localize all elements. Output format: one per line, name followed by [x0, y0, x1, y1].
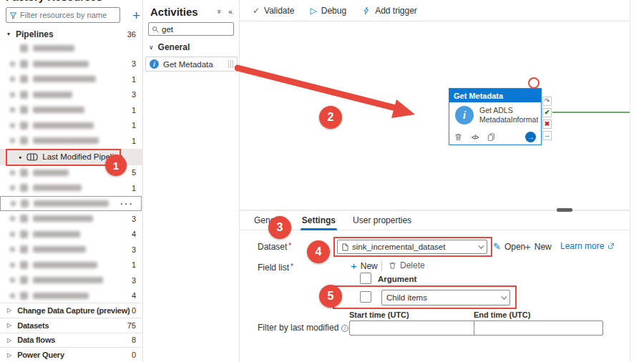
sidebar-item-datasets[interactable]: ▷ Datasets 75: [0, 318, 143, 333]
activities-search-input[interactable]: [162, 25, 230, 34]
pipeline-row-blurred[interactable]: 3: [0, 242, 143, 258]
pipeline-row-blurred[interactable]: 1: [0, 72, 143, 87]
validate-check-icon: ✓: [253, 6, 260, 16]
factory-resources-panel: Factory Resources + ▾ Pipelines 36 3 1 3…: [0, 0, 143, 362]
filter-by-last-modified-label: Filter by last modifiedi: [258, 323, 348, 333]
tab-user-properties[interactable]: User properties: [351, 215, 413, 225]
canvas-toolbar: ✓ Validate ▷ Debug Add trigger: [240, 0, 644, 21]
activity-item-label: Get Metadata: [163, 60, 213, 69]
chevron-collapsed-icon: ▷: [7, 322, 11, 328]
blurred-icon: [20, 276, 28, 284]
field-row-checkbox[interactable]: [360, 291, 371, 303]
pipeline-row-blurred[interactable]: 3: [0, 211, 143, 227]
pipeline-row-blurred[interactable]: 1: [0, 133, 143, 149]
pipeline-row-blurred[interactable]: 3: [0, 57, 143, 72]
add-trigger-button[interactable]: Add trigger: [362, 6, 417, 16]
code-icon[interactable]: </>: [472, 134, 478, 141]
lightning-icon: [362, 6, 371, 15]
validate-button[interactable]: ✓ Validate: [253, 6, 295, 16]
debug-button[interactable]: ▷ Debug: [311, 6, 347, 16]
pipeline-row-selected[interactable]: ● Last Modified Pipeline: [0, 149, 143, 165]
end-time-label: End time (UTC): [474, 310, 530, 319]
dataset-dropdown[interactable]: sink_incremental_dataset: [337, 240, 487, 254]
learn-more-link[interactable]: Learn more: [560, 241, 615, 251]
new-dataset-button[interactable]: + New: [525, 241, 552, 252]
pipelines-section-header[interactable]: ▾ Pipelines 36: [0, 27, 143, 41]
pipeline-row-blurred[interactable]: 3: [0, 87, 143, 103]
open-label: Open: [504, 242, 525, 252]
pipeline-row-blurred[interactable]: 4: [0, 288, 143, 304]
sidebar-item-power-query[interactable]: ▷ Power Query 0: [0, 347, 143, 362]
collapse-left-icon[interactable]: «: [228, 7, 233, 16]
blurred-icon: [20, 75, 28, 83]
open-dataset-button[interactable]: ✎ Open: [493, 241, 525, 252]
connector-fail-icon[interactable]: ✖: [542, 119, 552, 129]
blurred-chevron: [10, 107, 15, 112]
blurred-icon: [20, 60, 28, 68]
activity-get-metadata-item[interactable]: i Get Metadata: [145, 57, 238, 72]
debug-play-icon: ▷: [311, 6, 317, 16]
blurred-chevron: [10, 185, 15, 190]
pipeline-icon: [26, 153, 38, 161]
argument-select-all-checkbox[interactable]: [360, 273, 371, 284]
pipeline-row-blurred[interactable]: 1: [0, 118, 143, 134]
plus-icon: +: [525, 241, 531, 252]
pipeline-row-hovered[interactable]: ···: [0, 196, 142, 212]
success-connector-line: [552, 112, 630, 113]
activity-node-name: Get ADLS MetadataInformat...: [479, 106, 538, 124]
delete-icon[interactable]: [454, 133, 462, 141]
get-metadata-activity-node[interactable]: Get Metadata i Get ADLS MetadataInformat…: [449, 88, 542, 145]
required-marker: *: [291, 263, 293, 270]
activities-search-box[interactable]: [148, 22, 234, 36]
tab-general[interactable]: General: [253, 215, 286, 225]
section-label: Change Data Capture (preview): [17, 306, 130, 315]
edit-pencil-icon: ✎: [493, 241, 501, 252]
pipeline-row-blurred[interactable]: 3: [0, 273, 143, 288]
pipeline-row-blurred[interactable]: 1: [0, 258, 143, 273]
connector-success-icon[interactable]: ✔: [542, 108, 552, 117]
sidebar-item-data-flows[interactable]: ▷ Data flows 8: [0, 333, 143, 348]
chevron-expanded-icon: ▾: [7, 31, 10, 37]
blurred-icon: [20, 245, 28, 253]
blurred-chevron: [10, 293, 15, 298]
field-value: Child items: [386, 293, 427, 302]
collapse-down-icon[interactable]: »: [215, 9, 224, 14]
blurred-chevron: [10, 62, 15, 67]
end-time-input[interactable]: [474, 321, 603, 336]
annotation-ring: [528, 77, 540, 89]
new-field-button[interactable]: + New: [351, 260, 378, 271]
delete-field-button[interactable]: Delete: [389, 260, 425, 270]
properties-tabs: General Settings User properties: [240, 211, 630, 230]
section-count: 75: [127, 321, 136, 330]
trash-icon: [389, 261, 396, 270]
panel-resize-handle[interactable]: [557, 208, 572, 212]
blurred-name: [33, 61, 89, 67]
field-list-label: Field list*: [258, 263, 293, 273]
pipeline-row-blurred[interactable]: 1: [0, 180, 143, 196]
connector-skip-icon[interactable]: ↷: [542, 97, 552, 106]
field-value-dropdown[interactable]: Child items: [381, 290, 510, 305]
filter-resources-box[interactable]: [6, 7, 120, 23]
chevron-down-icon: [478, 243, 484, 248]
pipeline-row-blurred[interactable]: 5: [0, 165, 143, 181]
pipelines-count: 36: [127, 30, 136, 39]
row-count: 3: [132, 215, 136, 223]
sidebar-item-change-data-capture[interactable]: ▷ Change Data Capture (preview) 0: [0, 303, 143, 318]
next-step-icon[interactable]: →: [525, 132, 536, 142]
row-count: 4: [132, 230, 136, 238]
filter-resources-input[interactable]: [20, 11, 117, 19]
blurred-name: [33, 293, 89, 299]
general-group-header[interactable]: ∨ General: [149, 42, 190, 52]
add-resource-button[interactable]: +: [132, 9, 140, 22]
tab-settings[interactable]: Settings: [301, 215, 337, 225]
pipeline-row-blurred[interactable]: [0, 41, 143, 57]
chevron-down-icon: ∨: [149, 44, 154, 51]
clone-icon[interactable]: [487, 133, 495, 141]
connector-completion-icon[interactable]: →: [542, 131, 552, 140]
pipeline-row-blurred[interactable]: 1: [0, 102, 143, 118]
blurred-icon: [20, 261, 28, 269]
pipeline-row-blurred[interactable]: 4: [0, 227, 143, 243]
start-time-input[interactable]: [349, 321, 479, 336]
add-trigger-label: Add trigger: [375, 6, 417, 16]
row-actions-ellipsis-icon[interactable]: ···: [120, 198, 134, 209]
